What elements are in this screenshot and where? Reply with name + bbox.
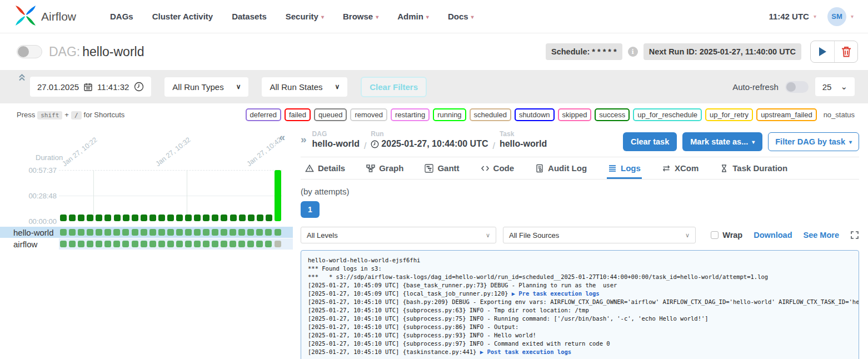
see-more-link[interactable]: See More	[804, 231, 839, 240]
nav-menu-item[interactable]: Security▾	[286, 12, 324, 21]
task-instance-square[interactable]	[87, 241, 93, 247]
attempt-1-button[interactable]: 1	[301, 201, 320, 218]
nav-menu-item[interactable]: Cluster Activity▾	[152, 12, 213, 21]
task-instance-square[interactable]	[60, 229, 67, 236]
dag-run-bar[interactable]	[265, 170, 273, 221]
task-instance-square[interactable]	[230, 241, 236, 247]
filter-dag-by-task-button[interactable]: Filter DAG by task▾	[768, 132, 859, 151]
tab-code[interactable]: Code	[480, 157, 516, 179]
task-instance-square[interactable]	[141, 229, 147, 236]
task-instance-square[interactable]	[167, 241, 174, 247]
state-badge[interactable]: scheduled	[470, 108, 511, 121]
task-instance-square[interactable]	[104, 241, 111, 247]
task-row-airflow[interactable]: airflow	[0, 238, 293, 250]
task-instance-square[interactable]	[60, 241, 67, 247]
state-badge[interactable]: success	[595, 108, 630, 121]
download-link[interactable]: Download	[754, 231, 792, 240]
task-instance-square[interactable]	[221, 229, 227, 236]
dag-run-bar[interactable]	[112, 170, 121, 221]
task-instance-square[interactable]	[185, 241, 192, 247]
breadcrumb-dag-value[interactable]: hello-world	[312, 139, 360, 149]
run-states-select[interactable]: All Run States∨	[262, 77, 347, 97]
task-instance-square[interactable]	[247, 241, 254, 247]
task-instance-square[interactable]	[203, 229, 209, 236]
task-instance-square[interactable]	[113, 241, 120, 247]
state-badge[interactable]: removed	[350, 108, 387, 121]
task-instance-square[interactable]	[69, 241, 76, 247]
task-instance-square[interactable]	[194, 241, 201, 247]
utc-clock[interactable]: 11:42 UTC	[769, 12, 809, 21]
task-instance-square[interactable]	[104, 229, 111, 236]
task-instance-square[interactable]	[149, 241, 156, 247]
task-instance-square[interactable]	[149, 229, 156, 236]
task-instance-square[interactable]	[230, 229, 236, 236]
fullscreen-icon[interactable]	[850, 231, 859, 240]
task-instance-square[interactable]	[167, 229, 174, 236]
state-badge[interactable]: shutdown	[515, 108, 555, 121]
expand-panel-icon[interactable]: »	[301, 133, 307, 146]
tab-gantt[interactable]: Gantt	[423, 157, 460, 179]
task-instance-square[interactable]	[78, 229, 84, 236]
task-instance-square[interactable]	[96, 241, 102, 247]
task-instance-square[interactable]	[212, 229, 218, 236]
dag-run-bar[interactable]	[86, 170, 94, 221]
task-instance-square[interactable]	[238, 229, 245, 236]
wrap-checkbox[interactable]: Wrap	[711, 231, 742, 240]
tab-xcom[interactable]: XCom	[661, 157, 700, 179]
task-instance-square[interactable]	[122, 229, 129, 236]
dag-run-bar[interactable]	[166, 170, 175, 221]
dag-run-bar[interactable]	[220, 170, 228, 221]
nav-menu-item[interactable]: Browse▾	[343, 12, 378, 21]
breadcrumb-run-value[interactable]: 2025-01-27, 10:44:00 UTC	[371, 139, 488, 149]
log-group-toggle[interactable]: ▶ Post task execution logs	[476, 348, 571, 355]
trigger-dag-button[interactable]	[811, 41, 834, 62]
task-instance-square[interactable]	[247, 229, 254, 236]
task-instance-square[interactable]	[78, 241, 84, 247]
task-instance-square[interactable]	[96, 229, 102, 236]
dag-run-bar[interactable]	[68, 170, 77, 221]
mark-state-button[interactable]: Mark state as...▾	[682, 132, 762, 151]
task-label[interactable]: hello-world	[0, 228, 59, 237]
dag-run-bar[interactable]	[139, 170, 148, 221]
task-instance-square[interactable]	[212, 241, 218, 247]
dag-run-bar[interactable]	[273, 170, 282, 221]
task-instance-square[interactable]	[203, 241, 209, 247]
delete-dag-button[interactable]	[834, 41, 857, 62]
dag-run-bar[interactable]	[103, 170, 112, 221]
task-instance-square[interactable]	[185, 229, 192, 236]
checkbox-icon[interactable]	[711, 231, 719, 239]
nav-menu-item[interactable]: Docs▾	[448, 12, 474, 21]
state-badge[interactable]: up_for_reschedule	[633, 108, 702, 121]
task-instance-square[interactable]	[275, 241, 281, 247]
dag-run-bar[interactable]	[238, 170, 247, 221]
task-instance-square[interactable]	[256, 229, 263, 236]
info-icon[interactable]: i	[628, 47, 638, 57]
state-badge[interactable]: no_status	[820, 109, 858, 120]
state-badge[interactable]: failed	[285, 108, 311, 121]
dag-run-bar[interactable]	[59, 170, 68, 221]
airflow-brand[interactable]: Airflow	[14, 4, 76, 29]
dag-run-bar[interactable]	[193, 170, 202, 221]
tab-graph[interactable]: Graph	[365, 157, 405, 179]
task-instance-square[interactable]	[141, 241, 147, 247]
dag-run-bar[interactable]	[202, 170, 211, 221]
tab-logs[interactable]: Logs	[607, 157, 642, 179]
datetime-picker[interactable]: 27.01.2025 11:41:32	[30, 77, 151, 97]
tab-audit-log[interactable]: Audit Log	[534, 157, 588, 179]
task-instance-square[interactable]	[132, 241, 138, 247]
task-instance-square[interactable]	[221, 241, 227, 247]
task-instance-square[interactable]	[256, 241, 263, 247]
dag-pause-toggle[interactable]	[17, 45, 42, 58]
state-badge[interactable]: up_for_retry	[705, 108, 753, 121]
dag-run-bar[interactable]	[247, 170, 256, 221]
task-instance-square[interactable]	[238, 241, 245, 247]
collapse-filters-icon[interactable]	[18, 73, 26, 84]
task-row-hello-world[interactable]: hello-world	[0, 227, 293, 238]
dag-run-bar[interactable]	[122, 170, 131, 221]
state-badge[interactable]: running	[433, 108, 466, 121]
clear-filters-button[interactable]: Clear Filters	[361, 77, 427, 97]
breadcrumb-task-value[interactable]: hello-world	[500, 139, 547, 149]
task-instance-square[interactable]	[194, 229, 201, 236]
dag-run-bar[interactable]	[131, 170, 139, 221]
state-badge[interactable]: restarting	[391, 108, 430, 121]
